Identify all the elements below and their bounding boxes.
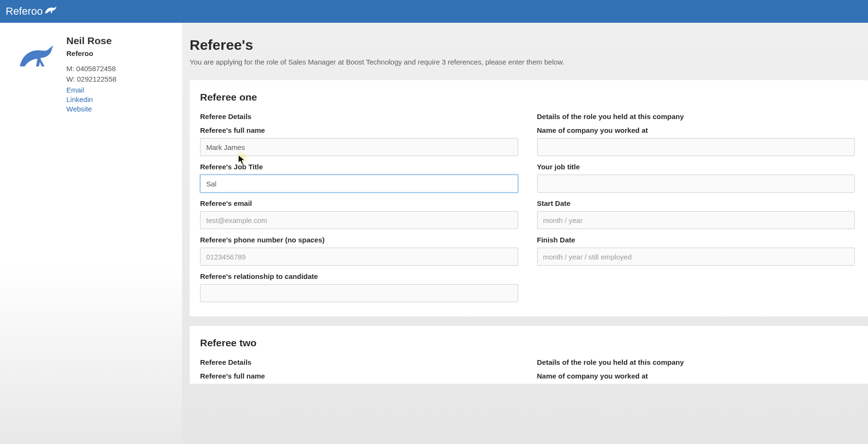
finish-date-label: Finish Date xyxy=(537,236,855,244)
sidebar: Neil Rose Referoo M: 0405872458 W: 02921… xyxy=(0,23,182,444)
email-link[interactable]: Email xyxy=(66,85,173,95)
sidebar-icon-column xyxy=(9,35,66,435)
your-title-label: Your job title xyxy=(537,163,855,171)
sidebar-info: Neil Rose Referoo M: 0405872458 W: 02921… xyxy=(66,35,173,435)
role-details-heading: Details of the role you held at this com… xyxy=(537,112,855,120)
phone-input[interactable] xyxy=(200,248,518,266)
referee-two-left-col: Referee Details Referee's full name xyxy=(200,358,518,384)
company-label: Name of company you worked at xyxy=(537,126,855,134)
work-number: W: 0292122558 xyxy=(66,74,173,84)
referee-two-right-col: Details of the role you held at this com… xyxy=(537,358,855,384)
job-title-label: Referee's Job Title xyxy=(200,163,518,171)
referee-two-title: Referee two xyxy=(200,337,855,349)
brand-logo: Referoo xyxy=(6,5,58,18)
referee-one-title: Referee one xyxy=(200,92,855,103)
your-title-input[interactable] xyxy=(537,175,855,193)
mobile-number: M: 0405872458 xyxy=(66,64,173,74)
company-input[interactable] xyxy=(537,138,855,156)
phone-label: Referee's phone number (no spaces) xyxy=(200,236,518,244)
referee-one-right-col: Details of the role you held at this com… xyxy=(537,112,855,302)
linkedin-link[interactable]: Linkedin xyxy=(66,95,173,104)
full-name-label: Referee's full name xyxy=(200,126,518,134)
app-header: Referoo xyxy=(0,0,868,23)
relationship-input[interactable] xyxy=(200,284,518,302)
email-input[interactable] xyxy=(200,211,518,229)
email-label: Referee's email xyxy=(200,199,518,207)
brand-text: Referoo xyxy=(6,5,43,18)
referee-one-card: Referee one Referee Details Referee's fu… xyxy=(190,80,868,316)
relationship-label: Referee's relationship to candidate xyxy=(200,272,518,280)
full-name-input[interactable] xyxy=(200,138,518,156)
website-link[interactable]: Website xyxy=(66,104,173,114)
referee-details-heading: Referee Details xyxy=(200,112,518,120)
page-title: Referee's xyxy=(190,37,868,53)
job-title-input[interactable] xyxy=(200,175,518,193)
page-subtitle: You are applying for the role of Sales M… xyxy=(190,58,868,66)
kangaroo-icon xyxy=(17,44,59,435)
finish-date-input[interactable] xyxy=(537,248,855,266)
referee-two-columns: Referee Details Referee's full name Deta… xyxy=(200,358,855,384)
company-name: Referoo xyxy=(66,49,173,57)
main-layout: Neil Rose Referoo M: 0405872458 W: 02921… xyxy=(0,23,868,444)
referee-two-details-heading: Referee Details xyxy=(200,358,518,366)
referee-one-columns: Referee Details Referee's full name Refe… xyxy=(200,112,855,302)
start-date-input[interactable] xyxy=(537,211,855,229)
referee-one-left-col: Referee Details Referee's full name Refe… xyxy=(200,112,518,302)
kangaroo-icon xyxy=(44,5,58,18)
main-content: Referee's You are applying for the role … xyxy=(182,23,868,444)
referee-two-company-label: Name of company you worked at xyxy=(537,372,855,380)
referee-two-full-name-label: Referee's full name xyxy=(200,372,518,380)
user-name: Neil Rose xyxy=(66,35,173,46)
start-date-label: Start Date xyxy=(537,199,855,207)
referee-two-role-heading: Details of the role you held at this com… xyxy=(537,358,855,366)
referee-two-card: Referee two Referee Details Referee's fu… xyxy=(190,326,868,384)
